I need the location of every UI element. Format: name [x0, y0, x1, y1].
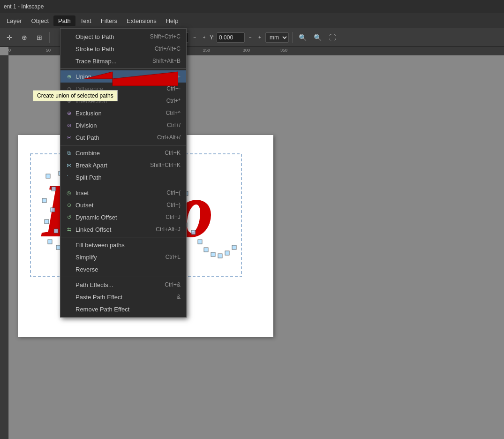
- ruler-tick-0: 0: [8, 48, 11, 53]
- ruler-tick-350: 350: [280, 48, 287, 53]
- sep-4: [60, 237, 186, 237]
- toolbar-sep-1: [49, 32, 50, 43]
- zoom-out-btn[interactable]: 🔍: [296, 31, 309, 44]
- reverse-icon: [65, 265, 73, 273]
- simplify-icon: [65, 253, 73, 261]
- menu-remove-path-effect[interactable]: Remove Path Effect: [60, 303, 186, 315]
- svg-rect-56: [232, 245, 236, 250]
- svg-rect-5: [52, 187, 56, 191]
- menu-exclusion[interactable]: ⊕ Exclusion Ctrl+^: [60, 107, 186, 119]
- division-icon: ⊘: [65, 121, 73, 129]
- menu-split-path[interactable]: ⋱ Split Path: [60, 171, 186, 183]
- svg-rect-9: [54, 229, 58, 233]
- x-minus[interactable]: −: [191, 34, 198, 41]
- svg-rect-55: [225, 251, 229, 255]
- ruler-tick-300: 300: [243, 48, 250, 53]
- svg-rect-7: [51, 208, 55, 212]
- menu-dynamic-offset[interactable]: ↺ Dynamic Offset Ctrl+J: [60, 211, 186, 223]
- tool-btn-3[interactable]: ⊞: [33, 31, 46, 44]
- sep-2: [60, 145, 186, 145]
- title-text: ent 1 - Inkscape: [4, 3, 44, 10]
- zoom-in-btn[interactable]: 🔍: [311, 31, 324, 44]
- menu-trace-bitmap[interactable]: Trace Bitmap... Shift+Alt+B: [60, 55, 186, 67]
- svg-rect-52: [204, 248, 208, 252]
- tool-btn-2[interactable]: ⊕: [18, 31, 31, 44]
- unit-selector[interactable]: mm px pt cm in: [265, 32, 289, 43]
- tool-btn-1[interactable]: ✛: [3, 31, 16, 44]
- x-plus[interactable]: +: [200, 34, 208, 41]
- svg-rect-54: [218, 254, 222, 258]
- path-dropdown-menu: Object to Path Shift+Ctrl+C Stroke to Pa…: [60, 28, 187, 318]
- svg-rect-6: [42, 198, 46, 203]
- menu-cut-path[interactable]: ✂ Cut Path Ctrl+Alt+/: [60, 131, 186, 144]
- cut-path-icon: ✂: [65, 134, 73, 141]
- zoom-fit-btn[interactable]: ⛶: [326, 31, 339, 44]
- ruler-tick-250: 250: [203, 48, 210, 53]
- difference-icon: ⊖: [65, 85, 73, 92]
- outset-icon: ⊙: [65, 201, 73, 209]
- svg-rect-51: [198, 240, 202, 244]
- menu-linked-offset[interactable]: ⇆ Linked Offset Ctrl+Alt+J: [60, 223, 186, 235]
- svg-rect-8: [45, 220, 49, 224]
- menu-union[interactable]: ⊕ Union Ctrl++: [60, 70, 186, 83]
- y-plus[interactable]: +: [256, 34, 263, 41]
- paste-path-effect-icon: [65, 293, 73, 301]
- menu-simplify[interactable]: Simplify Ctrl+L: [60, 251, 186, 263]
- split-path-icon: ⋱: [65, 174, 73, 181]
- menu-division[interactable]: ⊘ Division Ctrl+/: [60, 119, 186, 131]
- ruler-tick-50: 50: [46, 48, 51, 53]
- menu-intersection[interactable]: ⊗ Intersection Ctrl+*: [60, 95, 186, 107]
- titlebar: ent 1 - Inkscape: [0, 0, 504, 13]
- menu-object-to-path[interactable]: Object to Path Shift+Ctrl+C: [60, 30, 186, 43]
- menu-combine[interactable]: ⧉ Combine Ctrl+K: [60, 147, 186, 159]
- menu-fill-between[interactable]: Fill between paths: [60, 239, 186, 251]
- inset-icon: ◎: [65, 189, 73, 197]
- menu-path[interactable]: Path: [53, 15, 75, 26]
- menu-difference[interactable]: ⊖ Difference Ctrl+-: [60, 83, 186, 95]
- toolbar-sep-3: [292, 32, 293, 43]
- exclusion-icon: ⊕: [65, 109, 73, 117]
- y-minus[interactable]: −: [247, 34, 254, 41]
- path-effects-icon: [65, 281, 73, 288]
- menu-layer[interactable]: Layer: [2, 15, 27, 26]
- menu-help[interactable]: Help: [161, 15, 183, 26]
- sep-1: [60, 68, 186, 69]
- menu-break-apart[interactable]: ⋈ Break Apart Shift+Ctrl+K: [60, 159, 186, 171]
- stroke-to-path-icon: [65, 45, 73, 53]
- menu-paste-path-effect[interactable]: Paste Path Effect &: [60, 291, 186, 303]
- sep-5: [60, 277, 186, 277]
- sep-3: [60, 185, 186, 185]
- menu-extensions[interactable]: Extensions: [122, 15, 161, 26]
- menu-text[interactable]: Text: [75, 15, 96, 26]
- menu-object[interactable]: Object: [27, 15, 54, 26]
- svg-rect-10: [48, 240, 52, 244]
- object-to-path-icon: [65, 33, 73, 40]
- intersection-icon: ⊗: [65, 97, 73, 105]
- menu-inset[interactable]: ◎ Inset Ctrl+(: [60, 187, 186, 199]
- linked-offset-icon: ⇆: [65, 226, 73, 233]
- svg-rect-53: [211, 252, 215, 257]
- remove-path-effect-icon: [65, 305, 73, 313]
- break-apart-icon: ⋈: [65, 161, 73, 169]
- menu-path-effects[interactable]: Path Effects... Ctrl+&: [60, 279, 186, 291]
- svg-rect-2: [46, 174, 50, 178]
- menu-outset[interactable]: ⊙ Outset Ctrl+): [60, 199, 186, 211]
- combine-icon: ⧉: [65, 149, 73, 157]
- ruler-vertical: [0, 55, 8, 439]
- union-icon: ⊕: [65, 73, 73, 80]
- fill-between-icon: [65, 241, 73, 249]
- svg-rect-50: [191, 230, 196, 235]
- y-label: Y:: [210, 34, 215, 41]
- y-input[interactable]: [217, 32, 245, 43]
- menu-reverse[interactable]: Reverse: [60, 263, 186, 275]
- menubar: Layer Object Path Text Filters Extension…: [0, 13, 504, 28]
- trace-bitmap-icon: [65, 57, 73, 65]
- menu-filters[interactable]: Filters: [96, 15, 122, 26]
- menu-stroke-to-path[interactable]: Stroke to Path Ctrl+Alt+C: [60, 43, 186, 55]
- dynamic-offset-icon: ↺: [65, 213, 73, 221]
